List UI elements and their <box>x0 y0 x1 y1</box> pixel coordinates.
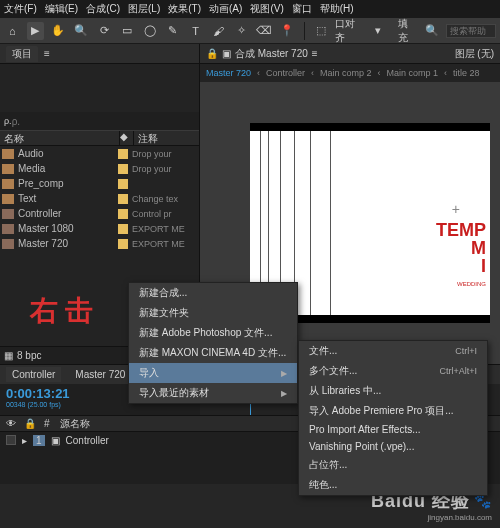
context-menu-item[interactable]: 导入 Adobe Premiere Pro 项目... <box>299 401 487 421</box>
snap-icon[interactable]: ⬚ <box>313 22 330 40</box>
canvas-title-text: TEMP M I <box>436 221 486 275</box>
context-menu-item[interactable]: 新建 Adobe Photoshop 文件... <box>129 323 297 343</box>
menu-view[interactable]: 视图(V) <box>250 2 283 16</box>
bpc-label[interactable]: 8 bpc <box>17 350 41 361</box>
panel-menu-icon[interactable]: ≡ <box>312 48 318 59</box>
label-swatch[interactable] <box>118 179 128 189</box>
orbit-tool-icon[interactable]: ⟳ <box>96 22 113 40</box>
stamp-tool-icon[interactable]: ✧ <box>233 22 250 40</box>
context-menu-import-submenu: 文件...Ctrl+I多个文件...Ctrl+Alt+I从 Libraries … <box>298 340 488 496</box>
menu-layer[interactable]: 图层(L) <box>128 2 160 16</box>
context-menu-item[interactable]: 新建 MAXON CINEMA 4D 文件... <box>129 343 297 363</box>
crumb-master720[interactable]: Master 720 <box>206 68 251 78</box>
text-tool-icon[interactable]: T <box>187 22 204 40</box>
project-item[interactable]: Master 1080EXPORT ME <box>0 221 199 236</box>
project-item[interactable]: Master 720EXPORT ME <box>0 236 199 251</box>
pen-tool-icon[interactable]: ✎ <box>164 22 181 40</box>
comp-lock-icon[interactable]: 🔒 <box>206 48 218 59</box>
fill-label[interactable]: 填充 <box>398 17 417 45</box>
layer-name[interactable]: Controller <box>66 435 109 446</box>
project-item[interactable]: Pre_comp <box>0 176 199 191</box>
context-menu-item[interactable]: 多个文件...Ctrl+Alt+I <box>299 361 487 381</box>
project-item[interactable]: AudioDrop your <box>0 146 199 161</box>
context-menu-item[interactable]: Pro Import After Effects... <box>299 421 487 438</box>
context-menu-primary: 新建合成...新建文件夹新建 Adobe Photoshop 文件...新建 M… <box>128 282 298 404</box>
label-swatch[interactable] <box>118 239 128 249</box>
label-swatch[interactable] <box>118 149 128 159</box>
panel-menu-icon[interactable]: ≡ <box>44 48 50 59</box>
search-icon: 🔍 <box>423 22 440 40</box>
project-tab[interactable]: 项目 <box>6 46 38 62</box>
submenu-arrow-icon: ▶ <box>281 389 287 398</box>
crumb-maincomp2[interactable]: Main comp 2 <box>320 68 372 78</box>
layer-comp-icon: ▣ <box>51 435 60 446</box>
twirl-icon[interactable]: ▸ <box>22 435 27 446</box>
context-menu-item[interactable]: 从 Libraries 中... <box>299 381 487 401</box>
crumb-controller[interactable]: Controller <box>266 68 305 78</box>
lock-icon[interactable]: 🔒 <box>24 418 36 429</box>
context-menu-item[interactable]: 文件...Ctrl+I <box>299 341 487 361</box>
context-menu-item[interactable]: 新建合成... <box>129 283 297 303</box>
context-menu-item[interactable]: 导入最近的素材▶ <box>129 383 297 403</box>
label-swatch[interactable] <box>118 194 128 204</box>
menu-window[interactable]: 窗口 <box>292 2 312 16</box>
context-menu-item[interactable]: 导入▶ <box>129 363 297 383</box>
item-name: Text <box>18 193 114 204</box>
menu-edit[interactable]: 编辑(E) <box>45 2 78 16</box>
snap-label[interactable]: 口对齐 <box>335 17 363 45</box>
project-item[interactable]: TextChange tex <box>0 191 199 206</box>
menu-effect[interactable]: 效果(T) <box>168 2 201 16</box>
visibility-toggle[interactable] <box>6 435 16 445</box>
home-icon[interactable]: ⌂ <box>4 22 21 40</box>
project-item[interactable]: MediaDrop your <box>0 161 199 176</box>
context-menu-item[interactable]: Vanishing Point (.vpe)... <box>299 438 487 455</box>
eye-icon[interactable]: 👁 <box>6 418 16 429</box>
hand-tool-icon[interactable]: ✋ <box>50 22 67 40</box>
eraser-tool-icon[interactable]: ⌫ <box>256 22 273 40</box>
item-note: Control pr <box>132 209 199 219</box>
pin-tool-icon[interactable]: 📍 <box>279 22 296 40</box>
context-menu-item[interactable]: 纯色... <box>299 475 487 495</box>
ellipse-tool-icon[interactable]: ◯ <box>141 22 158 40</box>
col-note-header[interactable]: 注释 <box>134 131 199 145</box>
canvas-subtitle-text: WEDDING <box>457 281 486 287</box>
menu-anim[interactable]: 动画(A) <box>209 2 242 16</box>
selection-tool-icon[interactable]: ▶ <box>27 22 44 40</box>
label-swatch[interactable] <box>118 209 128 219</box>
context-menu-item[interactable]: 新建文件夹 <box>129 303 297 323</box>
menu-help[interactable]: 帮助(H) <box>320 2 354 16</box>
brush-tool-icon[interactable]: 🖌 <box>210 22 227 40</box>
folder-icon <box>2 149 14 159</box>
timeline-tab-master720[interactable]: Master 720 <box>69 367 131 382</box>
comp-icon <box>2 224 14 234</box>
label-swatch[interactable] <box>118 224 128 234</box>
item-name: Audio <box>18 148 114 159</box>
crumb-title28[interactable]: title 28 <box>453 68 480 78</box>
chevron-down-icon[interactable]: ▾ <box>370 22 387 40</box>
project-search-input[interactable] <box>12 116 195 127</box>
comp-header-icon: ▣ <box>222 48 231 59</box>
layer-panel-label[interactable]: 图层 (无) <box>455 47 494 61</box>
menubar: 文件(F) 编辑(E) 合成(C) 图层(L) 效果(T) 动画(A) 视图(V… <box>0 0 500 18</box>
zoom-tool-icon[interactable]: 🔍 <box>73 22 90 40</box>
col-name-header[interactable]: 名称 <box>0 131 120 145</box>
crumb-maincomp1[interactable]: Main comp 1 <box>387 68 439 78</box>
folder-icon <box>2 179 14 189</box>
item-name: Master 720 <box>18 238 114 249</box>
menu-comp[interactable]: 合成(C) <box>86 2 120 16</box>
menu-file[interactable]: 文件(F) <box>4 2 37 16</box>
timeline-tab-controller[interactable]: Controller <box>6 367 61 382</box>
project-item[interactable]: ControllerControl pr <box>0 206 199 221</box>
crosshair-icon: + <box>452 201 460 217</box>
label-swatch[interactable] <box>118 164 128 174</box>
source-name-col[interactable]: 源名称 <box>60 417 90 431</box>
comp-header-label[interactable]: 合成 Master 720 <box>235 47 308 61</box>
footer-icon[interactable]: ▦ <box>4 350 13 361</box>
col-type-header[interactable]: ◆ <box>120 131 134 145</box>
help-search-input[interactable] <box>446 24 496 38</box>
item-note: EXPORT ME <box>132 239 199 249</box>
toolbar: ⌂ ▶ ✋ 🔍 ⟳ ▭ ◯ ✎ T 🖌 ✧ ⌫ 📍 ⬚ 口对齐 ▾ 填充 🔍 <box>0 18 500 44</box>
item-name: Pre_comp <box>18 178 114 189</box>
rect-tool-icon[interactable]: ▭ <box>118 22 135 40</box>
context-menu-item[interactable]: 占位符... <box>299 455 487 475</box>
